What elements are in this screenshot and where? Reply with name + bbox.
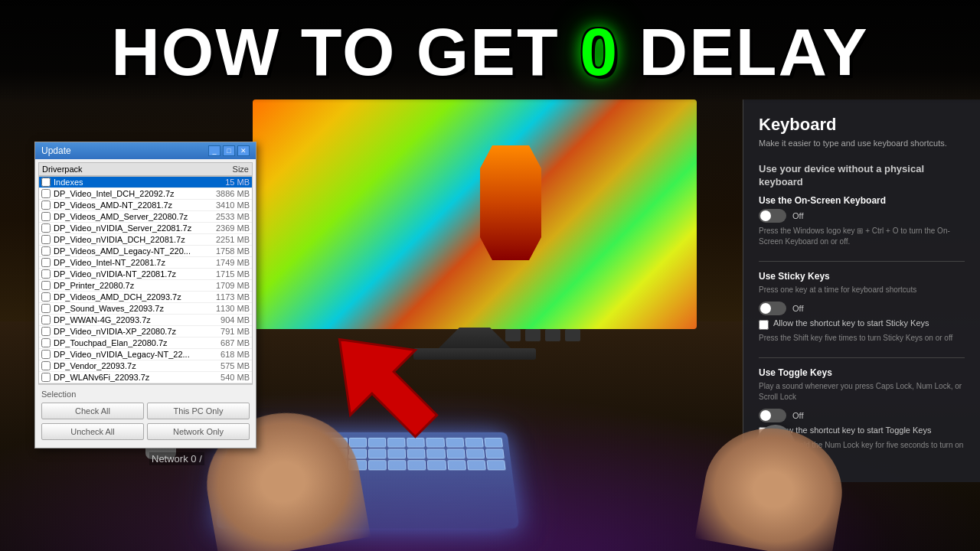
driver-name-5: DP_Videos_AMD_Legacy-NT_220... xyxy=(54,246,201,256)
toggle-keys-toggle-label: Off xyxy=(792,411,803,420)
toggle-keys-toggle[interactable] xyxy=(759,409,786,422)
osk-description: Press the Windows logo key ⊞ + Ctrl + O … xyxy=(759,226,965,247)
driver-checkbox-indexes[interactable] xyxy=(41,178,51,187)
driver-name-2: DP_Videos_AMD_Server_22080.7z xyxy=(54,212,201,221)
driver-checkbox-12[interactable] xyxy=(41,327,51,336)
driver-item-5[interactable]: DP_Videos_AMD_Legacy-NT_220... 1758 MB xyxy=(39,246,252,257)
driver-size-9: 1173 MB xyxy=(204,292,250,302)
driver-item-14[interactable]: DP_Video_nVIDIA_Legacy-NT_22... 618 MB xyxy=(39,349,252,360)
driver-checkbox-1[interactable] xyxy=(41,201,51,210)
driver-name-7: DP_Video_nVIDIA-NT_22081.7z xyxy=(54,269,201,279)
driver-item-10[interactable]: DP_Sound_Waves_22093.7z 1130 MB xyxy=(39,303,252,315)
driver-size-11: 904 MB xyxy=(204,315,250,324)
list-header: Driverpack Size xyxy=(38,162,253,176)
uncheck-all-button[interactable]: Uncheck All xyxy=(41,423,144,440)
driver-checkbox-14[interactable] xyxy=(41,350,51,359)
driver-name-13: DP_Touchpad_Elan_22080.7z xyxy=(54,338,201,347)
driver-item-6[interactable]: DP_Video_Intel-NT_22081.7z 1749 MB xyxy=(39,257,252,269)
driver-checkbox-2[interactable] xyxy=(41,212,51,221)
driver-size-13: 687 MB xyxy=(204,338,250,347)
driver-checkbox-8[interactable] xyxy=(41,281,51,290)
driver-checkbox-0[interactable] xyxy=(41,189,51,198)
keyboard-settings-subtitle: Make it easier to type and use keyboard … xyxy=(759,139,965,148)
driver-size-indexes: 15 MB xyxy=(204,178,250,187)
check-all-button[interactable]: Check All xyxy=(41,403,144,419)
osk-toggle-row: Off xyxy=(759,209,965,223)
driver-size-14: 618 MB xyxy=(204,350,250,359)
game-screen xyxy=(253,99,697,329)
driver-checkbox-15[interactable] xyxy=(41,361,51,370)
toggle-keys-heading: Use Toggle Keys xyxy=(759,367,965,378)
sticky-keys-desc: Press one key at a time for keyboard sho… xyxy=(759,285,965,295)
driver-item-8[interactable]: DP_Printer_22080.7z 1709 MB xyxy=(39,280,252,292)
key-27 xyxy=(466,448,485,458)
driver-size-1: 3410 MB xyxy=(204,201,250,210)
driver-size-15: 575 MB xyxy=(204,361,250,370)
driver-item-13[interactable]: DP_Touchpad_Elan_22080.7z 687 MB xyxy=(39,337,252,349)
key-36 xyxy=(368,460,387,470)
driver-item-4[interactable]: DP_Video_nVIDIA_DCH_22081.7z 2251 MB xyxy=(39,234,252,246)
driver-checkbox-10[interactable] xyxy=(41,304,51,313)
sticky-keys-checkbox[interactable] xyxy=(759,320,769,330)
key-40 xyxy=(447,460,466,470)
osk-toggle[interactable] xyxy=(759,209,786,223)
this-pc-only-button[interactable]: This PC Only xyxy=(147,403,250,419)
driver-item-1[interactable]: DP_Videos_AMD-NT_22081.7z 3410 MB xyxy=(39,200,252,211)
driver-checkbox-3[interactable] xyxy=(41,223,51,233)
driver-list: Indexes 15 MB DP_Video_Intel_DCH_22092.7… xyxy=(38,176,253,384)
driver-item-0[interactable]: DP_Video_Intel_DCH_22092.7z 3886 MB xyxy=(39,188,252,200)
monitor-btn-1 xyxy=(505,329,521,341)
key-13 xyxy=(465,438,484,448)
minimize-button[interactable]: _ xyxy=(208,145,220,156)
driver-checkbox-16[interactable] xyxy=(41,373,51,382)
driver-checkbox-7[interactable] xyxy=(41,269,51,279)
driver-name-14: DP_Video_nVIDIA_Legacy-NT_22... xyxy=(54,350,201,359)
driver-item-selected[interactable]: Indexes 15 MB xyxy=(39,177,252,188)
sticky-keys-checkbox-desc: Press the Shift key five times to turn S… xyxy=(759,333,965,344)
driver-checkbox-4[interactable] xyxy=(41,235,51,244)
sticky-keys-heading: Use Sticky Keys xyxy=(759,271,965,282)
network-only-button[interactable]: Network Only xyxy=(147,423,250,440)
driver-checkbox-5[interactable] xyxy=(41,246,51,256)
driver-size-2: 2533 MB xyxy=(204,212,250,221)
driver-name-12: DP_Video_nVIDIA-XP_22080.7z xyxy=(54,327,201,336)
monitor-btn-4 xyxy=(565,329,580,341)
key-41 xyxy=(467,460,486,470)
driver-item-16[interactable]: DP_WLANv6Fi_22093.7z 540 MB xyxy=(39,372,252,383)
maximize-button[interactable]: □ xyxy=(223,145,235,156)
button-row-2: Uncheck All Network Only xyxy=(41,423,250,440)
driverpack-window: Update _ □ ✕ Driverpack Size Indexes 15 … xyxy=(34,142,256,448)
svg-marker-0 xyxy=(307,307,459,458)
network-label: Network 0 / xyxy=(149,452,204,465)
driver-item-2[interactable]: DP_Videos_AMD_Server_22080.7z 2533 MB xyxy=(39,211,252,223)
driver-name-16: DP_WLANv6Fi_22093.7z xyxy=(54,373,201,382)
sticky-keys-checkbox-label: Allow the shortcut key to start Sticky K… xyxy=(773,318,929,328)
driver-size-6: 1749 MB xyxy=(204,258,250,267)
driver-size-12: 791 MB xyxy=(204,327,250,336)
key-37 xyxy=(388,460,407,470)
monitor-btn-3 xyxy=(545,329,560,341)
driver-checkbox-9[interactable] xyxy=(41,292,51,302)
driver-name-4: DP_Video_nVIDIA_DCH_22081.7z xyxy=(54,235,201,244)
sticky-keys-toggle[interactable] xyxy=(759,302,786,315)
selection-label: Selection xyxy=(41,390,76,399)
button-row-1: Check All This PC Only xyxy=(41,403,250,419)
osk-label: Use the On-Screen Keyboard xyxy=(759,195,965,206)
driver-item-3[interactable]: DP_Video_nVIDIA_Server_22081.7z 2369 MB xyxy=(39,223,252,234)
driver-size-4: 2251 MB xyxy=(204,235,250,244)
driver-checkbox-13[interactable] xyxy=(41,338,51,347)
driver-size-10: 1130 MB xyxy=(204,304,250,313)
red-arrow-indicator xyxy=(306,306,459,459)
driver-checkbox-11[interactable] xyxy=(41,315,51,324)
close-button[interactable]: ✕ xyxy=(237,145,250,156)
driver-item-9[interactable]: DP_Videos_AMD_DCH_22093.7z 1173 MB xyxy=(39,292,252,303)
col-driverpack: Driverpack xyxy=(42,165,83,174)
driver-item-15[interactable]: DP_Vendor_22093.7z 575 MB xyxy=(39,360,252,372)
title-text: HOW TO GET 0 DELAY xyxy=(111,18,869,86)
driver-checkbox-6[interactable] xyxy=(41,258,51,267)
driver-item-11[interactable]: DP_WWAN-4G_22093.7z 904 MB xyxy=(39,315,252,326)
driver-name-11: DP_WWAN-4G_22093.7z xyxy=(54,315,201,324)
driver-item-12[interactable]: DP_Video_nVIDIA-XP_22080.7z 791 MB xyxy=(39,326,252,337)
sticky-keys-section: Use Sticky Keys Press one key at a time … xyxy=(759,271,965,344)
driver-item-7[interactable]: DP_Video_nVIDIA-NT_22081.7z 1715 MB xyxy=(39,269,252,280)
